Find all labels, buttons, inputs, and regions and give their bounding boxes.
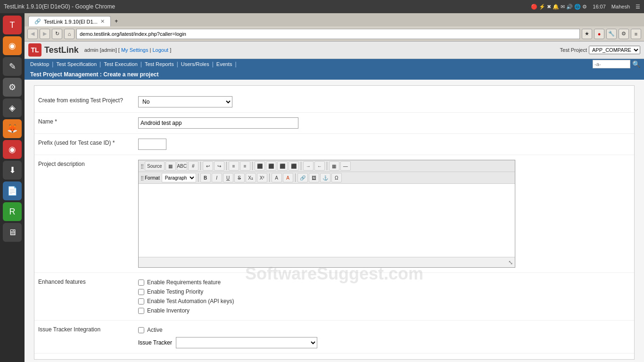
rte-indent-btn[interactable]: → [303, 161, 314, 171]
issue-tracker-control: Active Issue Tracker [138, 324, 634, 349]
rte-align-center-btn[interactable]: ⬛ [266, 161, 276, 171]
create-from-select[interactable]: No Yes [138, 96, 232, 107]
sidebar-icon-3[interactable]: ✎ [3, 57, 22, 76]
enhanced-label: Enhanced features [34, 277, 138, 287]
back-button[interactable]: ◀ [27, 29, 38, 39]
tl-logo-icon: TL [28, 43, 41, 57]
rte-bold-btn[interactable]: B [200, 173, 211, 182]
sidebar-icon-7[interactable]: ◉ [3, 140, 22, 159]
rte-list-unordered-btn[interactable]: ≡ [240, 161, 250, 171]
os-menu-icon[interactable]: ☰ [636, 4, 640, 10]
form-row-issue-tracker: Issue Tracker Integration Active Issue T… [34, 321, 634, 354]
rte-format-label: Format [145, 175, 160, 181]
rte-template-btn[interactable]: ▦ [165, 161, 176, 171]
rte-toolbar2: ⣿ Format Paragraph B I U S [139, 172, 515, 184]
nav-sep2: | [99, 61, 101, 67]
testlink-app: TL TestLink admin [admin] [ My Settings … [25, 41, 644, 362]
rte-image-btn[interactable]: 🖼 [309, 173, 319, 182]
address-bar[interactable] [76, 29, 580, 39]
checkbox-priority-input[interactable] [138, 289, 144, 295]
rte-superscript-btn[interactable]: X² [257, 173, 267, 182]
rte-underline-btn[interactable]: U [223, 173, 233, 182]
reload-button[interactable]: ↻ [52, 29, 62, 39]
rte-list-ordered-btn[interactable]: ≡ [229, 161, 239, 171]
rte-table-btn[interactable]: ▦ [329, 161, 339, 171]
rte-sep6 [198, 173, 198, 182]
rte-redo-btn[interactable]: ↪ [214, 161, 224, 171]
checkbox-automation-input[interactable] [138, 298, 144, 304]
rte-special-char-btn[interactable]: Ω [331, 173, 342, 182]
tab-close-button[interactable]: ✕ [100, 18, 105, 25]
browser-nav: ◀ ▶ ↻ ⌂ ★ ● 🔧 ⚙ ≡ [25, 26, 644, 41]
prefix-input[interactable] [138, 139, 166, 150]
sidebar-icon-10[interactable]: R [3, 202, 22, 221]
rte-body[interactable] [139, 184, 515, 257]
sidebar-icon-1[interactable]: T [3, 16, 22, 34]
checkbox-inventory-input[interactable] [138, 308, 144, 314]
rte-format-select[interactable]: Paragraph [162, 173, 196, 182]
nav-search-icon[interactable]: 🔍 [632, 60, 640, 68]
checkbox-active-input[interactable] [138, 327, 144, 333]
name-input[interactable] [138, 117, 298, 129]
rte-align-right-btn[interactable]: ⬛ [277, 161, 288, 171]
nav-events[interactable]: Events [215, 60, 234, 68]
sidebar-icon-firefox[interactable]: 🦊 [3, 119, 22, 138]
forward-button[interactable]: ▶ [40, 29, 50, 39]
browser-tab-active[interactable]: 🔗 TestLink 1.9.10(El D1... ✕ [28, 16, 111, 26]
sidebar-icon-11[interactable]: 🖥 [3, 223, 22, 242]
rte-align-left-btn[interactable]: ⬛ [255, 161, 265, 171]
sidebar-icon-8[interactable]: ⬇ [3, 161, 22, 180]
rte-strikethrough-btn[interactable]: S [234, 173, 245, 182]
rte-outdent-btn[interactable]: ← [314, 161, 325, 171]
bookmark-button[interactable]: ★ [582, 29, 592, 39]
create-from-label: Create from existing Test Project? [34, 95, 138, 106]
browser-menu[interactable]: ≡ [631, 29, 641, 39]
rte-undo-btn[interactable]: ↩ [203, 161, 213, 171]
nav-sep5: | [212, 61, 214, 67]
new-tab-button[interactable]: + [111, 16, 122, 26]
form-row-prefix: Prefix (used for Test case ID) * [34, 134, 634, 155]
nav-desktop[interactable]: Desktop [28, 60, 51, 68]
browser-settings[interactable]: ⚙ [619, 29, 629, 39]
rte-sep5 [327, 162, 327, 170]
rte-source-btn[interactable]: Source [145, 161, 165, 171]
checkbox-requirements-label: Enable Requirements feature [147, 279, 221, 286]
rte-subscript-btn[interactable]: X₂ [246, 173, 256, 182]
tab-title: TestLink 1.9.10(El D1... [44, 19, 98, 25]
os-titlebar: TestLink 1.9.10(El D1eG0) - Google Chrom… [0, 0, 644, 13]
prefix-label: Prefix (used for Test case ID) * [34, 138, 138, 148]
rte-link-btn[interactable]: 🔗 [297, 173, 308, 182]
nav-search-input[interactable] [593, 60, 630, 68]
rte-abc-btn[interactable]: ABC [177, 161, 187, 171]
logout-link[interactable]: Logout [152, 47, 168, 53]
nav-test-spec[interactable]: Test Specification [54, 60, 99, 68]
my-settings-link[interactable]: My Settings [121, 47, 148, 53]
issue-tracker-select[interactable] [176, 337, 317, 348]
rte-resize-handle[interactable]: ⤡ [508, 259, 513, 266]
project-select[interactable]: APP_COMPARE [589, 46, 640, 54]
nav-test-exec[interactable]: Test Execution [102, 60, 140, 68]
nav-sep1: | [52, 61, 53, 67]
description-control: ⣿ Source ▦ ABC # ↩ ↪ ≡ [138, 159, 634, 269]
nav-users-roles[interactable]: Users/Roles [179, 60, 211, 68]
checkbox-automation-label: Enable Test Automation (API keys) [147, 298, 234, 304]
rte-hr-btn[interactable]: — [340, 161, 351, 171]
sidebar-icon-9[interactable]: 📄 [3, 181, 22, 200]
sidebar-icon-2[interactable]: ◉ [3, 36, 22, 55]
form-row-create-from: Create from existing Test Project? No Ye… [34, 91, 634, 113]
rte-bg-color-btn[interactable]: A [283, 173, 293, 182]
rte-italic-btn[interactable]: I [212, 173, 222, 182]
sidebar-icon-4[interactable]: ⚙ [3, 78, 22, 97]
rte-align-justify-btn[interactable]: ⬛ [289, 161, 299, 171]
address-input[interactable] [80, 31, 577, 37]
rte-font-color-btn[interactable]: A [272, 173, 282, 182]
rte-find-btn[interactable]: # [188, 161, 198, 171]
rte-anchor-btn[interactable]: ⚓ [320, 173, 330, 182]
extensions-icon[interactable]: 🔧 [606, 29, 617, 39]
home-button[interactable]: ⌂ [64, 29, 74, 39]
form-row-enhanced: Enhanced features Enable Requirements fe… [34, 273, 634, 321]
sidebar-icon-5[interactable]: ◈ [3, 99, 22, 117]
checkbox-requirements-input[interactable] [138, 280, 144, 286]
nav-test-reports[interactable]: Test Reports [143, 60, 176, 68]
rte-sep4 [301, 162, 301, 170]
